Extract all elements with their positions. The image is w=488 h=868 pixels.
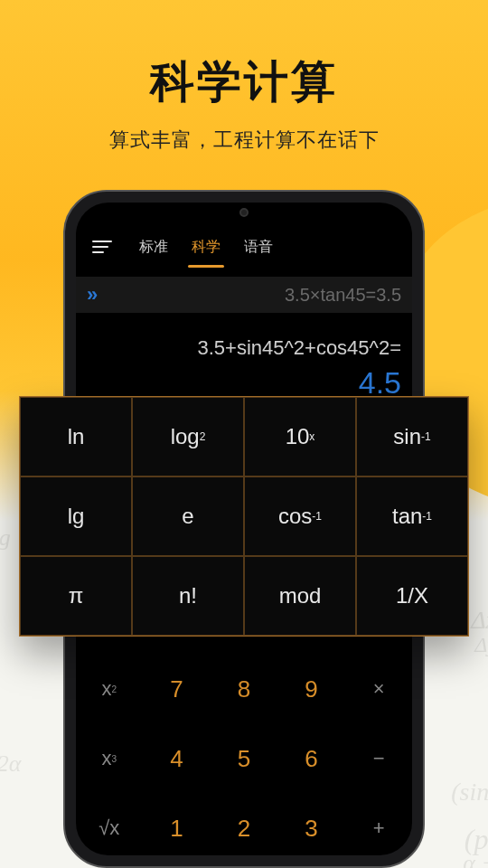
key-6[interactable]: 6 bbox=[278, 724, 345, 793]
tab-voice[interactable]: 语音 bbox=[242, 238, 275, 257]
history-row[interactable]: » 3.5×tan45=3.5 bbox=[76, 277, 412, 313]
menu-icon[interactable] bbox=[92, 237, 112, 257]
key-x-squared[interactable]: x2 bbox=[76, 655, 143, 723]
numeric-keypad: x2 7 8 9 × x3 4 5 6 − √x 1 2 3 + bbox=[76, 655, 412, 855]
tab-bar: 标准 科学 语音 bbox=[76, 226, 412, 268]
key-pi[interactable]: π bbox=[20, 556, 132, 636]
key-asin[interactable]: sin-1 bbox=[356, 397, 468, 476]
key-x-cubed[interactable]: x3 bbox=[76, 724, 143, 793]
key-1[interactable]: 1 bbox=[144, 794, 211, 855]
hero-section: 科学计算 算式丰富，工程计算不在话下 bbox=[0, 0, 488, 154]
key-10x[interactable]: 10x bbox=[244, 397, 356, 476]
key-2[interactable]: 2 bbox=[211, 794, 277, 855]
key-plus[interactable]: + bbox=[345, 794, 412, 855]
key-sqrt[interactable]: √x bbox=[76, 794, 143, 855]
history-expand-icon[interactable]: » bbox=[87, 283, 90, 307]
camera-notch bbox=[239, 208, 249, 217]
key-9[interactable]: 9 bbox=[278, 655, 345, 723]
scientific-panel: ln log2 10x sin-1 lg e cos-1 tan-1 π n! … bbox=[19, 396, 469, 637]
key-acos[interactable]: cos-1 bbox=[244, 476, 356, 556]
key-7[interactable]: 7 bbox=[144, 655, 211, 723]
tab-standard[interactable]: 标准 bbox=[137, 238, 170, 257]
key-4[interactable]: 4 bbox=[144, 724, 211, 793]
tab-scientific[interactable]: 科学 bbox=[190, 238, 222, 257]
key-mod[interactable]: mod bbox=[244, 556, 356, 636]
key-3[interactable]: 3 bbox=[278, 794, 345, 855]
key-log2[interactable]: log2 bbox=[132, 397, 244, 476]
key-lg[interactable]: lg bbox=[20, 476, 132, 556]
current-expression: 3.5+sin45^2+cos45^2= bbox=[87, 336, 401, 360]
history-expression: 3.5×tan45=3.5 bbox=[101, 285, 401, 306]
key-atan[interactable]: tan-1 bbox=[356, 476, 468, 556]
expression-area: 3.5+sin45^2+cos45^2= 4.5 bbox=[76, 336, 412, 401]
key-reciprocal[interactable]: 1/X bbox=[356, 556, 468, 636]
hero-title: 科学计算 bbox=[0, 52, 488, 112]
hero-subtitle: 算式丰富，工程计算不在话下 bbox=[0, 127, 488, 154]
key-e[interactable]: e bbox=[132, 476, 244, 556]
key-8[interactable]: 8 bbox=[211, 655, 277, 723]
key-5[interactable]: 5 bbox=[211, 724, 277, 793]
key-minus[interactable]: − bbox=[345, 724, 412, 793]
key-factorial[interactable]: n! bbox=[132, 556, 244, 636]
key-multiply[interactable]: × bbox=[345, 655, 412, 723]
key-ln[interactable]: ln bbox=[20, 397, 132, 476]
